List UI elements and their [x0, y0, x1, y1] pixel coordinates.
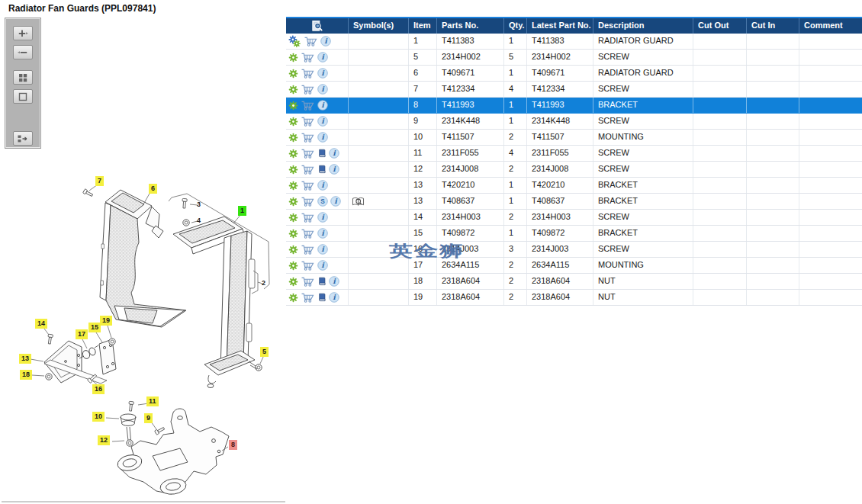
gear-icon[interactable]	[288, 229, 298, 239]
info-icon[interactable]	[317, 228, 328, 239]
gear-icon[interactable]	[288, 181, 298, 191]
parts-search-icon[interactable]	[310, 20, 323, 33]
table-row[interactable]: 122314J00822314J008SCREW	[286, 162, 862, 178]
diagram-callout-5[interactable]: 5	[260, 347, 269, 357]
cart-icon[interactable]	[301, 100, 315, 111]
info-icon[interactable]	[317, 212, 328, 223]
cart-icon[interactable]	[301, 148, 315, 159]
diagram-callout-9[interactable]: 9	[144, 413, 153, 423]
gear-icon[interactable]	[288, 85, 298, 95]
cart-icon[interactable]	[301, 52, 315, 63]
book-icon[interactable]	[317, 292, 326, 303]
gear-icon[interactable]	[288, 69, 298, 79]
column-header-actions[interactable]	[286, 18, 348, 34]
table-row[interactable]: 10T4115072T411507MOUNTING	[286, 130, 862, 146]
gear-icon[interactable]	[288, 53, 298, 63]
double-gear-icon[interactable]	[288, 35, 301, 48]
info-icon[interactable]	[317, 116, 328, 127]
diagram-callout-6[interactable]: 6	[149, 184, 157, 194]
gear-icon[interactable]	[288, 197, 298, 207]
collapse-panel-button[interactable]	[13, 131, 33, 146]
diagram-callout-1[interactable]: 1	[238, 206, 246, 216]
info-icon[interactable]	[329, 292, 339, 303]
diagram-callout-14[interactable]: 14	[35, 319, 47, 329]
table-row[interactable]: 112311F05542311F055SCREW	[286, 146, 862, 162]
info-icon[interactable]	[330, 196, 341, 207]
gear-icon[interactable]	[288, 293, 298, 303]
info-icon[interactable]	[329, 148, 339, 159]
table-row[interactable]: 162314J00332314J003SCREW	[286, 242, 862, 258]
diagram-callout-2[interactable]: 2	[262, 279, 265, 287]
diagram-callout-17[interactable]: 17	[76, 329, 88, 339]
diagram-callout-12[interactable]: 12	[98, 435, 110, 445]
diagram-callout-3[interactable]: 3	[197, 201, 201, 209]
info-icon[interactable]	[317, 84, 328, 95]
column-header-item[interactable]: Item	[408, 18, 436, 34]
cart-icon[interactable]	[301, 276, 315, 287]
table-row[interactable]: 1T4113831T411383RADIATOR GUARD	[286, 34, 862, 50]
gear-icon[interactable]	[288, 165, 298, 175]
diagram-callout-11[interactable]: 11	[146, 396, 159, 406]
exploded-parts-diagram[interactable]	[0, 0, 286, 504]
info-icon[interactable]	[329, 276, 339, 287]
column-header-description[interactable]: Description	[593, 18, 693, 34]
diagram-callout-7[interactable]: 7	[95, 176, 104, 186]
cart-icon[interactable]	[304, 36, 318, 47]
cart-icon[interactable]	[301, 164, 315, 175]
diagram-callout-18[interactable]: 18	[20, 370, 32, 380]
cart-icon[interactable]	[301, 228, 315, 239]
table-row[interactable]: 8T4119931T411993BRACKET	[286, 98, 862, 114]
diagram-callout-19[interactable]: 19	[100, 316, 112, 326]
table-row[interactable]: 182318A60422318A604NUT	[286, 274, 862, 290]
column-header-parts_no[interactable]: Parts No.	[436, 18, 503, 34]
gear-icon[interactable]	[288, 133, 298, 143]
info-icon[interactable]	[317, 52, 328, 63]
table-row[interactable]: 13T4086371T408637BRACKET	[286, 194, 862, 210]
column-header-qty[interactable]: Qty.	[503, 18, 526, 34]
table-row[interactable]: 192318A60422318A604NUT	[286, 290, 862, 306]
diagram-callout-10[interactable]: 10	[92, 412, 105, 422]
column-header-cut_out[interactable]: Cut Out	[693, 18, 746, 34]
gear-icon[interactable]	[288, 117, 298, 127]
open-book-magnifier-icon[interactable]	[352, 196, 365, 207]
info-icon[interactable]	[329, 164, 339, 175]
table-row[interactable]: 15T4098721T409872BRACKET	[286, 226, 862, 242]
zoom-in-button[interactable]	[13, 26, 33, 40]
cart-icon[interactable]	[301, 132, 315, 143]
single-view-button[interactable]	[13, 89, 33, 104]
gear-icon[interactable]	[288, 277, 298, 287]
cart-icon[interactable]	[301, 292, 315, 303]
gear-icon[interactable]	[288, 261, 298, 271]
info-icon[interactable]	[317, 260, 328, 271]
s-badge-icon[interactable]	[317, 196, 328, 207]
cart-icon[interactable]	[301, 196, 315, 207]
cart-icon[interactable]	[301, 212, 315, 223]
info-icon[interactable]	[317, 68, 328, 79]
info-icon[interactable]	[320, 36, 331, 47]
cart-icon[interactable]	[301, 180, 315, 191]
zoom-out-button[interactable]	[13, 45, 33, 59]
info-icon[interactable]	[317, 132, 328, 143]
book-icon[interactable]	[317, 164, 326, 175]
column-header-comment[interactable]: Comment	[799, 18, 862, 34]
diagram-callout-8[interactable]: 8	[229, 440, 237, 450]
table-row[interactable]: 172634A11522634A115MOUNTING	[286, 258, 862, 274]
table-row[interactable]: 142314H00322314H003SCREW	[286, 210, 862, 226]
gear-icon[interactable]	[288, 149, 298, 159]
cart-icon[interactable]	[301, 244, 315, 255]
info-icon[interactable]	[317, 180, 328, 191]
table-row[interactable]: 13T4202101T420210BRACKET	[286, 178, 862, 194]
diagram-callout-4[interactable]: 4	[197, 217, 201, 225]
tile-view-button[interactable]	[13, 70, 33, 85]
column-header-latest_part_no[interactable]: Latest Part No.	[526, 18, 593, 34]
info-icon[interactable]	[317, 244, 328, 255]
diagram-callout-16[interactable]: 16	[92, 384, 105, 394]
cart-icon[interactable]	[301, 116, 315, 127]
gear-icon[interactable]	[288, 245, 298, 255]
gear-icon[interactable]	[288, 213, 298, 223]
table-row[interactable]: 6T4096711T409671RADIATOR GUARD	[286, 66, 862, 82]
cart-icon[interactable]	[301, 84, 315, 95]
gear-icon[interactable]	[288, 101, 298, 111]
column-header-symbols[interactable]: Symbol(s)	[348, 18, 408, 34]
info-icon[interactable]	[317, 100, 328, 111]
